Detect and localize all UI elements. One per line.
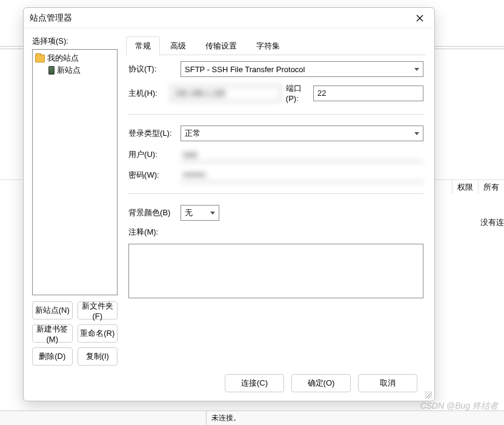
user-label: 用户(U): <box>128 149 176 160</box>
tab-advanced[interactable]: 高级 <box>161 36 195 55</box>
connect-button[interactable]: 连接(C) <box>225 374 284 392</box>
new-site-button[interactable]: 新站点(N) <box>32 301 73 320</box>
close-button[interactable] <box>411 10 428 27</box>
ok-button[interactable]: 确定(O) <box>291 374 351 392</box>
logon-type-value: 正常 <box>185 128 201 139</box>
divider <box>128 193 423 194</box>
site-manager-dialog: 站点管理器 选择项(S): 我的站点 新站点 新站 <box>23 7 435 401</box>
bgcolor-select[interactable]: 无 <box>181 205 219 221</box>
divider <box>128 114 423 115</box>
user-input[interactable] <box>181 147 423 162</box>
tab-transfer[interactable]: 传输设置 <box>196 36 246 55</box>
logon-type-label: 登录类型(L): <box>128 128 176 139</box>
select-entry-label: 选择项(S): <box>32 36 118 47</box>
protocol-value: SFTP - SSH File Transfer Protocol <box>185 65 305 74</box>
chevron-down-icon <box>210 212 215 215</box>
protocol-label: 协议(T): <box>128 64 176 75</box>
tree-root-label: 我的站点 <box>47 53 79 64</box>
tab-charset[interactable]: 字符集 <box>247 36 289 55</box>
port-input[interactable] <box>313 85 423 101</box>
host-input[interactable] <box>171 85 281 101</box>
server-icon <box>48 66 55 75</box>
site-tree[interactable]: 我的站点 新站点 <box>32 49 118 295</box>
comment-textarea[interactable] <box>128 244 423 298</box>
port-label: 端口(P): <box>286 83 308 103</box>
chevron-down-icon <box>414 68 419 71</box>
folder-icon <box>35 55 45 62</box>
delete-button[interactable]: 删除(D) <box>32 347 73 366</box>
new-bookmark-button[interactable]: 新建书签(M) <box>32 324 73 343</box>
titlebar: 站点管理器 <box>24 8 434 28</box>
logon-type-select[interactable]: 正常 <box>181 125 423 141</box>
bgcolor-label: 背景颜色(B) <box>128 207 176 218</box>
protocol-select[interactable]: SFTP - SSH File Transfer Protocol <box>181 61 423 77</box>
bgcolor-value: 无 <box>185 207 193 218</box>
status-bar: 未连接。 <box>0 410 504 425</box>
dialog-title: 站点管理器 <box>30 13 411 24</box>
column-header-permission[interactable]: 权限 <box>452 179 478 194</box>
password-label: 密码(W): <box>128 170 176 181</box>
new-folder-button[interactable]: 新文件夹(F) <box>78 301 118 320</box>
bg-status-text: 没有连 <box>480 217 504 228</box>
column-header-owner[interactable]: 所有 <box>478 179 504 194</box>
tree-item-label: 新站点 <box>57 65 81 76</box>
chevron-down-icon <box>414 132 419 135</box>
password-input[interactable] <box>181 168 423 182</box>
close-icon <box>416 15 423 22</box>
copy-button[interactable]: 复制(I) <box>78 347 118 366</box>
tree-item-new-site[interactable]: 新站点 <box>35 64 114 76</box>
tree-root-my-sites[interactable]: 我的站点 <box>35 52 114 64</box>
rename-button[interactable]: 重命名(R) <box>78 324 118 343</box>
tabs: 常规 高级 传输设置 字符集 <box>126 36 426 55</box>
cancel-button[interactable]: 取消 <box>358 374 417 392</box>
host-label: 主机(H): <box>128 88 166 99</box>
resize-grip[interactable] <box>425 391 432 398</box>
status-text: 未连接。 <box>206 411 504 425</box>
tab-general[interactable]: 常规 <box>126 36 160 55</box>
comment-label: 注释(M): <box>128 227 423 238</box>
